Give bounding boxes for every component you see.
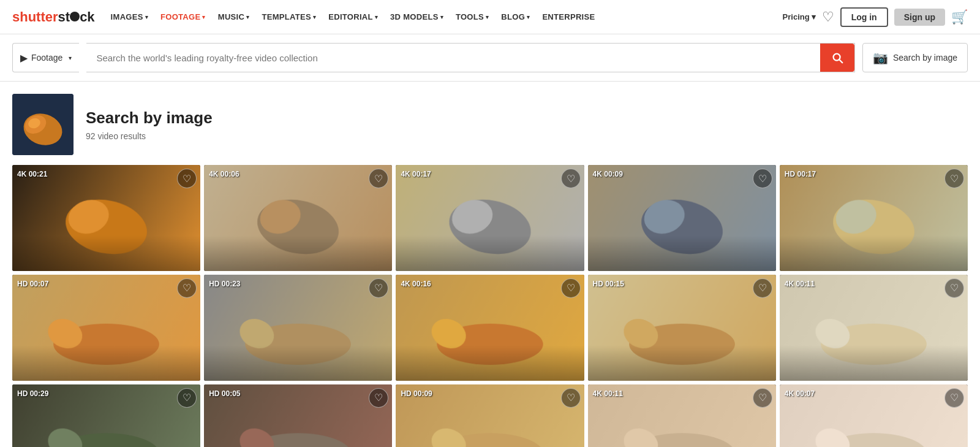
- chevron-down-icon: ▾: [527, 14, 530, 20]
- chevron-down-icon: ▾: [812, 12, 816, 21]
- video-card[interactable]: 4K 00:16♡: [396, 275, 584, 381]
- chevron-down-icon: ▾: [202, 14, 205, 20]
- chevron-down-icon: ▾: [246, 14, 249, 20]
- video-card[interactable]: HD 00:05♡: [204, 384, 392, 447]
- video-badge: 4K 00:09: [593, 170, 623, 178]
- favorite-button[interactable]: ♡: [944, 278, 964, 298]
- pricing-link[interactable]: Pricing ▾: [783, 12, 816, 21]
- video-badge: 4K 00:16: [401, 280, 431, 288]
- chevron-down-icon: ▾: [313, 14, 316, 20]
- video-card[interactable]: 4K 00:17♡: [396, 165, 584, 271]
- favorite-button[interactable]: ♡: [177, 278, 197, 298]
- search-button[interactable]: [820, 44, 854, 72]
- favorite-button[interactable]: ♡: [753, 388, 772, 408]
- login-button[interactable]: Log in: [840, 7, 888, 27]
- favorites-icon[interactable]: ♡: [822, 9, 834, 25]
- search-type-selector[interactable]: ▶ Footage ▾: [12, 43, 79, 72]
- nav-item-editorial[interactable]: EDITORIAL ▾: [323, 0, 383, 34]
- video-badge: HD 00:07: [17, 280, 48, 288]
- search-input-wrap: [86, 43, 855, 72]
- video-badge: HD 00:29: [17, 389, 48, 398]
- favorite-button[interactable]: ♡: [369, 278, 388, 298]
- favorite-button[interactable]: ♡: [177, 169, 197, 188]
- video-badge: 4K 00:11: [593, 389, 623, 398]
- nav-links: IMAGES ▾ FOOTAGE ▾ MUSIC ▾ TEMPLATES ▾ E…: [106, 0, 772, 34]
- nav-item-tools[interactable]: TOOLS ▾: [451, 0, 494, 34]
- signup-button[interactable]: Sign up: [894, 9, 945, 26]
- navbar: shutterstck IMAGES ▾ FOOTAGE ▾ MUSIC ▾ T…: [0, 0, 980, 34]
- nav-right: Pricing ▾ ♡ Log in Sign up 🛒: [783, 7, 968, 27]
- nav-item-footage[interactable]: FOOTAGE ▾: [156, 0, 211, 34]
- video-badge: HD 00:05: [209, 389, 240, 398]
- video-badge: 4K 00:06: [209, 170, 239, 178]
- search-input[interactable]: [86, 44, 820, 72]
- video-card[interactable]: HD 00:17♡: [780, 165, 968, 271]
- favorite-button[interactable]: ♡: [561, 169, 581, 188]
- logo[interactable]: shutterstck: [12, 9, 95, 25]
- result-count: 92 video results: [86, 131, 213, 141]
- logo-circle: [70, 12, 80, 21]
- camera-icon: 📷: [873, 50, 888, 65]
- nav-item-images[interactable]: IMAGES ▾: [106, 0, 153, 34]
- favorite-button[interactable]: ♡: [944, 388, 964, 408]
- video-grid: 4K 00:21♡4K 00:06♡4K 00:17♡4K 00:09♡HD 0…: [0, 165, 980, 447]
- chevron-down-icon: ▾: [145, 14, 148, 20]
- chevron-down-icon: ▾: [375, 14, 378, 20]
- logo-text-dark1: st: [58, 9, 70, 25]
- result-header: Search by image 92 video results: [0, 82, 980, 165]
- chevron-down-icon: ▾: [486, 14, 489, 20]
- video-icon: ▶: [20, 52, 28, 64]
- favorite-button[interactable]: ♡: [753, 278, 772, 298]
- result-title: Search by image: [86, 109, 213, 128]
- search-by-image-label: Search by image: [893, 53, 957, 63]
- nav-item-3dmodels[interactable]: 3D MODELS ▾: [385, 0, 448, 34]
- nav-item-music[interactable]: MUSIC ▾: [213, 0, 255, 34]
- video-card[interactable]: 4K 00:06♡: [204, 165, 392, 271]
- logo-text-red: shutter: [12, 9, 58, 25]
- video-card[interactable]: HD 00:29♡: [12, 384, 200, 447]
- nav-item-templates[interactable]: TEMPLATES ▾: [257, 0, 321, 34]
- video-card[interactable]: HD 00:23♡: [204, 275, 392, 381]
- video-badge: 4K 00:17: [401, 170, 431, 178]
- video-card[interactable]: HD 00:09♡: [396, 384, 584, 447]
- video-badge: HD 00:15: [593, 280, 624, 288]
- video-card[interactable]: 4K 00:11♡: [780, 275, 968, 381]
- search-bar: ▶ Footage ▾ 📷 Search by image: [0, 34, 980, 82]
- video-card[interactable]: HD 00:15♡: [588, 275, 776, 381]
- favorite-button[interactable]: ♡: [561, 278, 581, 298]
- cart-icon[interactable]: 🛒: [951, 9, 968, 25]
- video-badge: HD 00:09: [401, 389, 432, 398]
- search-type-label: Footage: [31, 53, 62, 63]
- reference-image-thumbnail: [12, 94, 74, 155]
- video-badge: 4K 00:07: [785, 389, 815, 398]
- video-badge: 4K 00:11: [785, 280, 815, 288]
- video-card[interactable]: 4K 00:21♡: [12, 165, 200, 271]
- chevron-down-icon: ▾: [69, 55, 72, 61]
- video-card[interactable]: HD 00:07♡: [12, 275, 200, 381]
- video-card[interactable]: 4K 00:09♡: [588, 165, 776, 271]
- nav-item-blog[interactable]: BLOG ▾: [496, 0, 535, 34]
- favorite-button[interactable]: ♡: [753, 169, 772, 188]
- result-info: Search by image 92 video results: [86, 109, 213, 141]
- video-card[interactable]: 4K 00:11♡: [588, 384, 776, 447]
- favorite-button[interactable]: ♡: [561, 388, 581, 408]
- video-badge: 4K 00:21: [17, 170, 47, 178]
- search-by-image-button[interactable]: 📷 Search by image: [862, 43, 968, 72]
- favorite-button[interactable]: ♡: [944, 169, 964, 188]
- video-card[interactable]: 4K 00:07♡: [780, 384, 968, 447]
- nav-item-enterprise[interactable]: ENTERPRISE: [537, 12, 600, 21]
- search-icon: [831, 51, 844, 64]
- favorite-button[interactable]: ♡: [369, 388, 388, 408]
- video-badge: HD 00:17: [785, 170, 816, 178]
- logo-text-dark2: ck: [80, 9, 94, 25]
- video-badge: HD 00:23: [209, 280, 240, 288]
- chevron-down-icon: ▾: [440, 14, 443, 20]
- favorite-button[interactable]: ♡: [177, 388, 197, 408]
